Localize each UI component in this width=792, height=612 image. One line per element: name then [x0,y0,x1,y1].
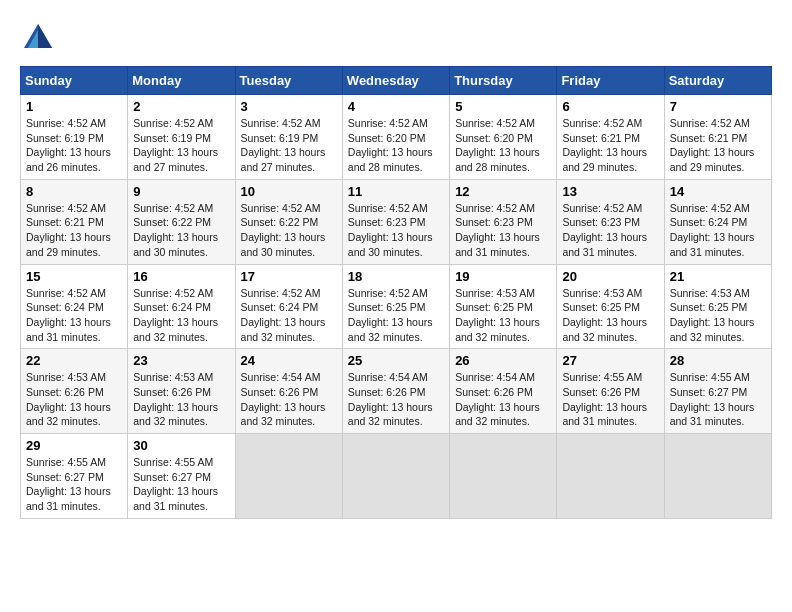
calendar-cell: 16 Sunrise: 4:52 AMSunset: 6:24 PMDaylig… [128,264,235,349]
day-number: 17 [241,269,337,284]
day-info: Sunrise: 4:53 AMSunset: 6:25 PMDaylight:… [562,287,647,343]
day-info: Sunrise: 4:53 AMSunset: 6:26 PMDaylight:… [133,371,218,427]
day-number: 26 [455,353,551,368]
calendar-cell: 15 Sunrise: 4:52 AMSunset: 6:24 PMDaylig… [21,264,128,349]
calendar-cell: 14 Sunrise: 4:52 AMSunset: 6:24 PMDaylig… [664,179,771,264]
calendar-cell: 21 Sunrise: 4:53 AMSunset: 6:25 PMDaylig… [664,264,771,349]
calendar-cell: 1 Sunrise: 4:52 AMSunset: 6:19 PMDayligh… [21,95,128,180]
header-row: SundayMondayTuesdayWednesdayThursdayFrid… [21,67,772,95]
calendar-cell: 9 Sunrise: 4:52 AMSunset: 6:22 PMDayligh… [128,179,235,264]
day-info: Sunrise: 4:52 AMSunset: 6:24 PMDaylight:… [26,287,111,343]
day-number: 10 [241,184,337,199]
calendar-week-4: 22 Sunrise: 4:53 AMSunset: 6:26 PMDaylig… [21,349,772,434]
calendar-cell: 8 Sunrise: 4:52 AMSunset: 6:21 PMDayligh… [21,179,128,264]
day-number: 8 [26,184,122,199]
day-info: Sunrise: 4:53 AMSunset: 6:26 PMDaylight:… [26,371,111,427]
day-number: 1 [26,99,122,114]
day-info: Sunrise: 4:52 AMSunset: 6:21 PMDaylight:… [670,117,755,173]
day-number: 5 [455,99,551,114]
day-info: Sunrise: 4:53 AMSunset: 6:25 PMDaylight:… [455,287,540,343]
column-header-thursday: Thursday [450,67,557,95]
day-number: 6 [562,99,658,114]
svg-marker-2 [38,24,52,48]
calendar-week-5: 29 Sunrise: 4:55 AMSunset: 6:27 PMDaylig… [21,434,772,519]
day-info: Sunrise: 4:52 AMSunset: 6:20 PMDaylight:… [348,117,433,173]
calendar-cell: 30 Sunrise: 4:55 AMSunset: 6:27 PMDaylig… [128,434,235,519]
day-info: Sunrise: 4:52 AMSunset: 6:19 PMDaylight:… [26,117,111,173]
day-number: 12 [455,184,551,199]
day-number: 13 [562,184,658,199]
calendar-cell: 10 Sunrise: 4:52 AMSunset: 6:22 PMDaylig… [235,179,342,264]
day-info: Sunrise: 4:55 AMSunset: 6:26 PMDaylight:… [562,371,647,427]
day-info: Sunrise: 4:52 AMSunset: 6:24 PMDaylight:… [670,202,755,258]
page-header [20,20,772,56]
column-header-tuesday: Tuesday [235,67,342,95]
day-number: 27 [562,353,658,368]
day-number: 4 [348,99,444,114]
calendar-week-3: 15 Sunrise: 4:52 AMSunset: 6:24 PMDaylig… [21,264,772,349]
calendar-week-1: 1 Sunrise: 4:52 AMSunset: 6:19 PMDayligh… [21,95,772,180]
day-info: Sunrise: 4:52 AMSunset: 6:23 PMDaylight:… [455,202,540,258]
day-number: 25 [348,353,444,368]
calendar-cell: 6 Sunrise: 4:52 AMSunset: 6:21 PMDayligh… [557,95,664,180]
column-header-sunday: Sunday [21,67,128,95]
day-info: Sunrise: 4:55 AMSunset: 6:27 PMDaylight:… [133,456,218,512]
day-number: 18 [348,269,444,284]
day-number: 30 [133,438,229,453]
day-info: Sunrise: 4:52 AMSunset: 6:21 PMDaylight:… [562,117,647,173]
day-number: 29 [26,438,122,453]
day-info: Sunrise: 4:53 AMSunset: 6:25 PMDaylight:… [670,287,755,343]
calendar-cell: 25 Sunrise: 4:54 AMSunset: 6:26 PMDaylig… [342,349,449,434]
day-info: Sunrise: 4:52 AMSunset: 6:21 PMDaylight:… [26,202,111,258]
day-info: Sunrise: 4:52 AMSunset: 6:19 PMDaylight:… [241,117,326,173]
calendar-cell: 29 Sunrise: 4:55 AMSunset: 6:27 PMDaylig… [21,434,128,519]
day-number: 20 [562,269,658,284]
logo-icon [20,20,56,56]
calendar-cell: 13 Sunrise: 4:52 AMSunset: 6:23 PMDaylig… [557,179,664,264]
column-header-saturday: Saturday [664,67,771,95]
calendar-cell [235,434,342,519]
calendar-cell: 2 Sunrise: 4:52 AMSunset: 6:19 PMDayligh… [128,95,235,180]
day-info: Sunrise: 4:54 AMSunset: 6:26 PMDaylight:… [241,371,326,427]
day-info: Sunrise: 4:55 AMSunset: 6:27 PMDaylight:… [670,371,755,427]
day-info: Sunrise: 4:52 AMSunset: 6:22 PMDaylight:… [241,202,326,258]
calendar-cell [450,434,557,519]
calendar-cell: 26 Sunrise: 4:54 AMSunset: 6:26 PMDaylig… [450,349,557,434]
day-number: 23 [133,353,229,368]
calendar-header: SundayMondayTuesdayWednesdayThursdayFrid… [21,67,772,95]
day-info: Sunrise: 4:55 AMSunset: 6:27 PMDaylight:… [26,456,111,512]
day-info: Sunrise: 4:52 AMSunset: 6:23 PMDaylight:… [348,202,433,258]
calendar-cell: 5 Sunrise: 4:52 AMSunset: 6:20 PMDayligh… [450,95,557,180]
day-number: 24 [241,353,337,368]
calendar-cell: 7 Sunrise: 4:52 AMSunset: 6:21 PMDayligh… [664,95,771,180]
calendar-week-2: 8 Sunrise: 4:52 AMSunset: 6:21 PMDayligh… [21,179,772,264]
calendar-cell: 23 Sunrise: 4:53 AMSunset: 6:26 PMDaylig… [128,349,235,434]
day-info: Sunrise: 4:52 AMSunset: 6:24 PMDaylight:… [133,287,218,343]
day-number: 15 [26,269,122,284]
day-info: Sunrise: 4:52 AMSunset: 6:25 PMDaylight:… [348,287,433,343]
day-info: Sunrise: 4:54 AMSunset: 6:26 PMDaylight:… [348,371,433,427]
calendar-cell: 11 Sunrise: 4:52 AMSunset: 6:23 PMDaylig… [342,179,449,264]
day-info: Sunrise: 4:54 AMSunset: 6:26 PMDaylight:… [455,371,540,427]
day-info: Sunrise: 4:52 AMSunset: 6:22 PMDaylight:… [133,202,218,258]
day-info: Sunrise: 4:52 AMSunset: 6:23 PMDaylight:… [562,202,647,258]
column-header-friday: Friday [557,67,664,95]
day-info: Sunrise: 4:52 AMSunset: 6:20 PMDaylight:… [455,117,540,173]
day-number: 2 [133,99,229,114]
day-info: Sunrise: 4:52 AMSunset: 6:24 PMDaylight:… [241,287,326,343]
calendar-cell: 27 Sunrise: 4:55 AMSunset: 6:26 PMDaylig… [557,349,664,434]
logo [20,20,62,56]
day-number: 7 [670,99,766,114]
day-number: 14 [670,184,766,199]
day-info: Sunrise: 4:52 AMSunset: 6:19 PMDaylight:… [133,117,218,173]
day-number: 22 [26,353,122,368]
day-number: 19 [455,269,551,284]
calendar-body: 1 Sunrise: 4:52 AMSunset: 6:19 PMDayligh… [21,95,772,519]
day-number: 21 [670,269,766,284]
day-number: 11 [348,184,444,199]
calendar-cell [557,434,664,519]
calendar-cell: 17 Sunrise: 4:52 AMSunset: 6:24 PMDaylig… [235,264,342,349]
column-header-monday: Monday [128,67,235,95]
day-number: 28 [670,353,766,368]
calendar-cell: 3 Sunrise: 4:52 AMSunset: 6:19 PMDayligh… [235,95,342,180]
